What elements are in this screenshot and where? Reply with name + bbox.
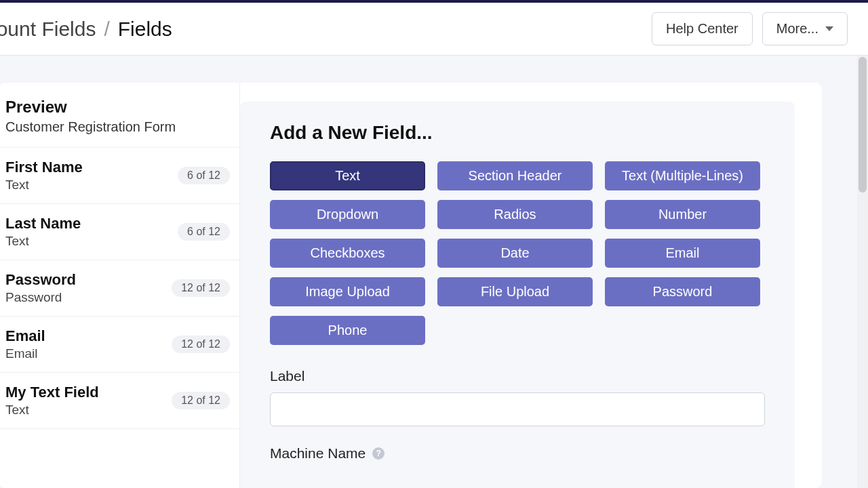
more-label: More... — [776, 21, 818, 37]
field-type-phone[interactable]: Phone — [270, 316, 425, 345]
preview-subtitle: Customer Registration Form — [5, 119, 233, 135]
help-center-label: Help Center — [666, 21, 738, 37]
content-card: Preview Customer Registration Form First… — [0, 83, 822, 488]
label-field-label: Label — [270, 368, 765, 384]
more-dropdown-button[interactable]: More... — [762, 12, 848, 45]
label-input[interactable] — [270, 392, 765, 426]
field-type: Email — [5, 346, 45, 361]
scrollbar-thumb[interactable] — [859, 57, 867, 192]
machine-name-label: Machine Name ? — [270, 445, 765, 462]
field-type: Text — [5, 403, 99, 418]
field-type-number[interactable]: Number — [605, 200, 760, 229]
field-count-badge: 6 of 12 — [178, 223, 230, 241]
field-name: Password — [5, 271, 76, 289]
field-type-section-header[interactable]: Section Header — [437, 161, 593, 190]
field-name: Email — [5, 327, 45, 345]
chevron-down-icon — [825, 26, 833, 31]
sidebar-field-item[interactable]: Email Email 12 of 12 — [0, 317, 239, 373]
field-type-radios[interactable]: Radios — [437, 200, 593, 229]
field-type-dropdown[interactable]: Dropdown — [270, 200, 425, 229]
field-type: Text — [5, 178, 83, 192]
header-actions: Help Center More... — [652, 12, 848, 45]
sidebar-field-item[interactable]: Password Password 12 of 12 — [0, 260, 239, 317]
sidebar-preview-header[interactable]: Preview Customer Registration Form — [0, 83, 239, 148]
field-name: First Name — [5, 159, 83, 176]
sidebar-field-item[interactable]: First Name Text 6 of 12 — [0, 148, 239, 204]
breadcrumb-current: Fields — [118, 18, 172, 41]
label-text: Label — [270, 368, 304, 384]
field-type-grid: Text Section Header Text (Multiple-Lines… — [270, 161, 765, 345]
add-field-panel: Add a New Field... Text Section Header T… — [240, 102, 795, 488]
field-type-date[interactable]: Date — [437, 239, 593, 268]
help-icon[interactable]: ? — [372, 447, 384, 460]
field-name: My Text Field — [5, 384, 99, 401]
add-field-heading: Add a New Field... — [270, 122, 765, 144]
field-type-file-upload[interactable]: File Upload — [437, 277, 593, 306]
field-type-checkboxes[interactable]: Checkboxes — [270, 239, 425, 268]
field-type-image-upload[interactable]: Image Upload — [270, 277, 425, 306]
page-header: r Account Fields / Fields Help Center Mo… — [0, 3, 868, 56]
field-type-text-multiline[interactable]: Text (Multiple-Lines) — [605, 161, 760, 190]
field-type: Text — [5, 234, 81, 249]
help-center-button[interactable]: Help Center — [652, 12, 753, 45]
field-type-text[interactable]: Text — [270, 161, 425, 190]
breadcrumb: r Account Fields / Fields — [0, 18, 172, 41]
field-type-email[interactable]: Email — [605, 239, 760, 268]
fields-sidebar: Preview Customer Registration Form First… — [0, 83, 240, 488]
breadcrumb-parent[interactable]: r Account Fields — [0, 18, 96, 41]
scrollbar[interactable] — [857, 56, 868, 488]
field-count-badge: 12 of 12 — [172, 279, 230, 297]
field-type: Password — [5, 290, 76, 305]
page-body: Preview Customer Registration Form First… — [0, 56, 868, 488]
field-count-badge: 6 of 12 — [178, 167, 230, 184]
sidebar-field-item[interactable]: Last Name Text 6 of 12 — [0, 204, 239, 260]
field-count-badge: 12 of 12 — [172, 392, 230, 409]
field-count-badge: 12 of 12 — [172, 336, 230, 353]
breadcrumb-separator: / — [104, 18, 109, 41]
preview-title: Preview — [5, 98, 233, 117]
field-type-password[interactable]: Password — [605, 277, 760, 306]
sidebar-field-item[interactable]: My Text Field Text 12 of 12 — [0, 373, 239, 429]
field-name: Last Name — [5, 215, 81, 232]
machine-name-text: Machine Name — [270, 445, 366, 462]
